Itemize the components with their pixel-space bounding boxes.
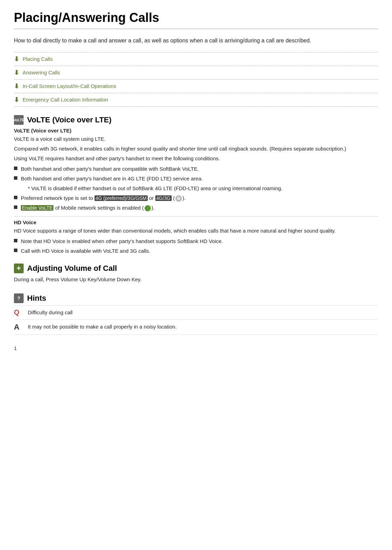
hd-voice-content: HD Voice HD Voice supports a range of to…	[14, 219, 378, 255]
toc-item-in-call-screen[interactable]: ⬇ In-Call Screen Layout/In-Call Operatio…	[14, 80, 378, 93]
hint-icon: ?	[14, 293, 24, 303]
bullet-icon	[14, 167, 17, 170]
toc-arrow-icon: ⬇	[14, 69, 19, 76]
volte-section-header: VoLTE VoLTE (Voice over LTE)	[14, 115, 378, 125]
circle-green-icon	[145, 205, 151, 211]
hints-qa-container: Q Difficulty during call A It may not be…	[14, 305, 378, 335]
toc-item-emergency-call[interactable]: ⬇ Emergency Call Location Information	[14, 93, 378, 107]
volte-para-1: VoLTE is a voice call system using LTE.	[14, 135, 378, 143]
list-item: Both handset and other party's handset a…	[14, 165, 378, 173]
toc-item-answering-calls[interactable]: ⬇ Answering Calls	[14, 66, 378, 80]
adjusting-volume-text: During a call, Press Volume Up Key/Volum…	[14, 275, 378, 284]
preferred-network-text-mid: or	[148, 195, 155, 201]
toc-item-placing-calls[interactable]: ⬇ Placing Calls	[14, 52, 378, 66]
highlight-4g3g: 4G/3G	[155, 195, 172, 201]
hd-voice-subtitle: HD Voice	[14, 219, 378, 225]
bullet-icon	[14, 239, 17, 242]
list-item-preferred-network: Preferred network type is set to 4G (pre…	[14, 194, 378, 202]
bullet-icon	[14, 249, 17, 252]
intro-text: How to dial directly to make a call and …	[14, 36, 378, 45]
bullet-icon	[14, 196, 17, 199]
list-item: Both handset and other party's handset a…	[14, 175, 378, 183]
highlight-enable-volte: Enable VoLTE	[21, 205, 54, 211]
volte-subsection-title: VoLTE (Voice over LTE)	[14, 128, 378, 134]
hd-voice-divider	[14, 216, 378, 217]
toc-link-placing-calls[interactable]: Placing Calls	[23, 56, 53, 62]
adjusting-volume-title: Adjusting Volume of Call	[27, 264, 117, 273]
list-item-indent: * VoLTE is disabled if either handset is…	[14, 184, 378, 193]
hints-section-header: ? Hints	[14, 293, 378, 303]
plus-icon: +	[14, 264, 24, 273]
volte-para-3: Using VoLTE requires handset and other p…	[14, 154, 378, 163]
hd-voice-bullet-list: Note that HD Voice is enabled when other…	[14, 237, 378, 255]
a-label: A	[14, 323, 24, 332]
highlight-preferred-gsm: 4G (preferred)/3G/GSM	[95, 195, 148, 201]
volte-section-title: VoLTE (Voice over LTE)	[27, 115, 112, 124]
toc-arrow-icon: ⬇	[14, 82, 19, 90]
volte-indent-note: * VoLTE is disabled if either handset is…	[28, 184, 283, 193]
adjusting-volume-section-header: + Adjusting Volume of Call	[14, 264, 378, 273]
volte-content: VoLTE (Voice over LTE) VoLTE is a voice …	[14, 128, 378, 212]
circle-grey-icon	[175, 195, 182, 202]
title-divider	[14, 29, 378, 29]
qa-answer-text: It may not be possible to make a call pr…	[28, 323, 177, 331]
q-label: Q	[14, 308, 24, 316]
list-item-enable-volte: Enable VoLTE of Mobile network settings …	[14, 204, 378, 212]
toc-link-emergency-call[interactable]: Emergency Call Location Information	[23, 97, 108, 103]
bullet-icon	[14, 176, 17, 180]
qa-question-text: Difficulty during call	[28, 308, 73, 317]
toc-link-answering-calls[interactable]: Answering Calls	[23, 70, 60, 75]
qa-row-answer: A It may not be possible to make a call …	[14, 320, 378, 335]
list-item: Note that HD Voice is enabled when other…	[14, 237, 378, 245]
hd-voice-para: HD Voice supports a range of tones wider…	[14, 227, 378, 235]
toc-arrow-icon: ⬇	[14, 55, 19, 63]
preferred-network-text-before: Preferred network type is set to	[21, 195, 95, 201]
qa-row-question: Q Difficulty during call	[14, 305, 378, 320]
enable-volte-text-mid: of Mobile network settings is enabled (	[54, 205, 144, 211]
page-title: Placing/Answering Calls	[14, 10, 378, 25]
toc-link-in-call-screen[interactable]: In-Call Screen Layout/In-Call Operations	[23, 83, 116, 89]
toc-arrow-icon: ⬇	[14, 96, 19, 104]
bullet-icon	[14, 205, 17, 209]
hints-title: Hints	[27, 294, 46, 303]
list-item: Call with HD Voice is available with VoL…	[14, 247, 378, 255]
volte-icon: VoLTE	[14, 115, 24, 125]
page-number: 1	[14, 345, 378, 351]
table-of-contents: ⬇ Placing Calls ⬇ Answering Calls ⬇ In-C…	[14, 52, 378, 107]
volte-bullet-list: Both handset and other party's handset a…	[14, 165, 378, 212]
volte-para-2: Compared with 3G network, it enables cal…	[14, 145, 378, 153]
